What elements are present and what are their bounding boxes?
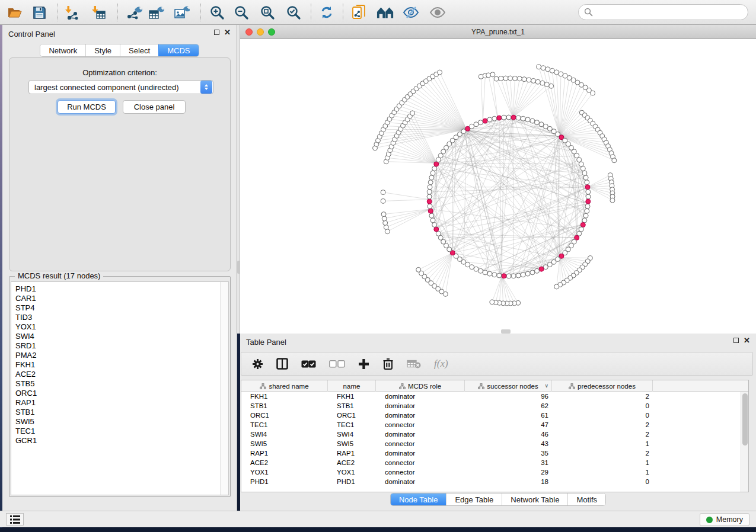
table-cell[interactable]: PHD1: [241, 478, 328, 485]
first-neighbors-icon[interactable]: [377, 4, 394, 21]
table-cell[interactable]: connector: [376, 440, 465, 447]
table-cell[interactable]: YOX1: [241, 469, 328, 476]
tab-node-table[interactable]: Node Table: [391, 493, 446, 505]
table-cell[interactable]: 18: [465, 478, 552, 485]
table-cell[interactable]: ORC1: [328, 412, 376, 419]
table-row[interactable]: ORC1ORC1dominator610: [241, 411, 748, 420]
table-cell[interactable]: 62: [465, 402, 552, 409]
close-panel-icon[interactable]: ✕: [224, 30, 231, 35]
mcds-result-item[interactable]: YOX1: [15, 322, 37, 332]
open-folder-icon[interactable]: [6, 4, 24, 21]
table-cell[interactable]: connector: [376, 459, 465, 466]
column-header-predecessor-nodes[interactable]: predecessor nodes: [552, 380, 653, 392]
table-cell[interactable]: 31: [465, 459, 552, 466]
table-cell[interactable]: PHD1: [328, 478, 376, 485]
zoom-in-icon[interactable]: [208, 4, 226, 21]
table-cell[interactable]: SWI5: [328, 440, 376, 447]
export-image-icon[interactable]: [173, 4, 190, 21]
table-cell[interactable]: 35: [465, 450, 552, 457]
table-cell[interactable]: connector: [376, 469, 465, 476]
column-header-shared-name[interactable]: shared name: [241, 380, 328, 392]
table-row[interactable]: STB1STB1dominator620: [241, 401, 748, 411]
mcds-result-item[interactable]: SRD1: [15, 341, 37, 351]
network-canvas[interactable]: [240, 39, 756, 334]
table-cell[interactable]: 47: [465, 421, 552, 428]
table-cell[interactable]: 0: [552, 412, 653, 419]
table-cell[interactable]: dominator: [376, 478, 465, 485]
table-cell[interactable]: 1: [552, 459, 653, 466]
table-cell[interactable]: dominator: [376, 402, 465, 409]
table-cell[interactable]: TEC1: [328, 421, 376, 428]
table-cell[interactable]: 2: [552, 393, 653, 400]
mcds-result-item[interactable]: FKH1: [15, 360, 37, 370]
scrollbar-thumb[interactable]: [742, 393, 748, 446]
table-cell[interactable]: 2: [552, 421, 653, 428]
table-row[interactable]: SWI4SWI4dominator462: [241, 430, 748, 439]
horizontal-divider-handle[interactable]: [501, 329, 511, 334]
cytopanel-list-button[interactable]: [6, 513, 24, 525]
mcds-result-item[interactable]: SWI4: [15, 332, 37, 341]
mcds-result-item[interactable]: ACE2: [15, 370, 37, 379]
close-panel-button[interactable]: Close panel: [123, 100, 186, 114]
table-cell[interactable]: FKH1: [241, 393, 328, 400]
mcds-result-item[interactable]: STB5: [15, 379, 37, 389]
table-cell[interactable]: SWI4: [241, 431, 328, 438]
mcds-list-scrollbar[interactable]: [220, 282, 228, 495]
table-row[interactable]: YOX1YOX1connector291: [241, 467, 748, 477]
delete-column-trash-icon[interactable]: [382, 356, 394, 371]
criterion-dropdown[interactable]: largest connected component (undirected): [28, 80, 213, 94]
zoom-out-icon[interactable]: [232, 4, 250, 21]
table-cell[interactable]: 1: [552, 440, 653, 447]
table-cell[interactable]: dominator: [376, 431, 465, 438]
table-cell[interactable]: dominator: [376, 412, 465, 419]
table-settings-gear-icon[interactable]: [252, 356, 263, 371]
import-network-icon[interactable]: [63, 4, 81, 21]
table-row[interactable]: TEC1TEC1connector472: [241, 420, 748, 430]
table-cell[interactable]: 0: [552, 402, 653, 409]
table-cell[interactable]: 43: [465, 440, 552, 447]
tab-motifs[interactable]: Motifs: [567, 493, 605, 505]
refresh-icon[interactable]: [318, 4, 336, 21]
table-row[interactable]: ACE2ACE2connector311: [241, 458, 748, 467]
close-panel-icon[interactable]: ✕: [744, 338, 750, 343]
table-cell[interactable]: 2: [552, 431, 653, 438]
table-cell[interactable]: 96: [465, 393, 552, 400]
tab-style[interactable]: Style: [85, 44, 120, 56]
tab-mcds[interactable]: MCDS: [158, 44, 198, 56]
mcds-result-item[interactable]: TID3: [15, 313, 37, 322]
table-cell[interactable]: dominator: [376, 393, 465, 400]
table-cell[interactable]: 61: [465, 412, 552, 419]
table-cell[interactable]: STB1: [241, 402, 328, 409]
add-column-plus-icon[interactable]: [358, 356, 369, 371]
tab-network[interactable]: Network: [40, 44, 85, 56]
mcds-result-item[interactable]: STP4: [15, 303, 37, 313]
show-column-pane-icon[interactable]: [276, 356, 288, 371]
mcds-result-item[interactable]: CAR1: [15, 294, 37, 303]
run-mcds-button[interactable]: Run MCDS: [58, 100, 116, 114]
table-cell[interactable]: STB1: [328, 402, 376, 409]
mcds-result-item[interactable]: TEC1: [15, 427, 37, 436]
table-cell[interactable]: TEC1: [241, 421, 328, 428]
memory-button[interactable]: Memory: [700, 513, 749, 526]
show-all-eye-icon[interactable]: [429, 4, 446, 21]
table-cell[interactable]: 2: [552, 450, 653, 457]
table-cell[interactable]: dominator: [376, 450, 465, 457]
table-row[interactable]: SWI5SWI5connector431: [241, 439, 748, 448]
tab-edge-table[interactable]: Edge Table: [446, 493, 502, 505]
table-row[interactable]: PHD1PHD1dominator180: [241, 477, 748, 486]
float-panel-icon[interactable]: [214, 30, 219, 35]
table-cell[interactable]: FKH1: [328, 393, 376, 400]
table-cell[interactable]: ORC1: [241, 412, 328, 419]
table-cell[interactable]: ACE2: [241, 459, 328, 466]
import-table-icon[interactable]: [90, 4, 108, 21]
column-header-name[interactable]: name: [328, 380, 376, 392]
tab-network-table[interactable]: Network Table: [502, 493, 567, 505]
mcds-result-item[interactable]: RAP1: [15, 398, 37, 408]
mcds-result-list[interactable]: PHD1CAR1STP4TID3YOX1SWI4SRD1PMA2FKH1ACE2…: [11, 281, 229, 495]
table-cell[interactable]: 1: [552, 469, 653, 476]
clone-network-icon[interactable]: [350, 4, 368, 21]
table-scrollbar[interactable]: [741, 392, 748, 492]
zoom-selected-icon[interactable]: [285, 4, 302, 21]
save-icon[interactable]: [30, 4, 48, 21]
zoom-fit-icon[interactable]: [259, 4, 276, 21]
